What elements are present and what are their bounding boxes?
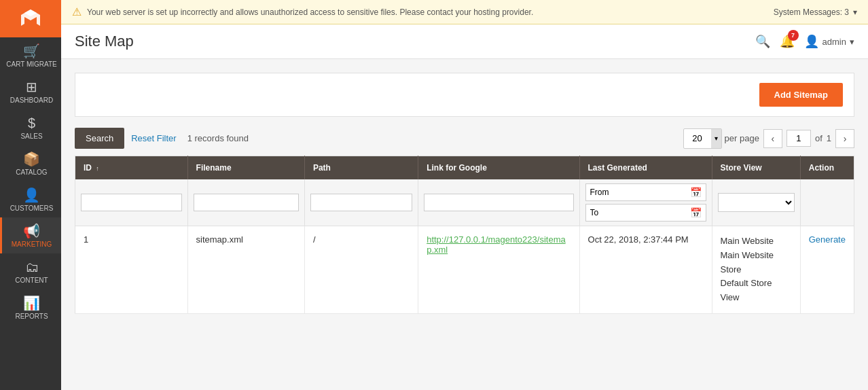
store-view-select[interactable] bbox=[718, 193, 795, 212]
sidebar-item-content[interactable]: 🗂 CONTENT bbox=[0, 253, 61, 289]
date-to-input[interactable] bbox=[586, 205, 686, 221]
sidebar-item-reports-label: REPORTS bbox=[15, 313, 48, 320]
system-messages-dropdown-icon: ▾ bbox=[853, 7, 857, 17]
records-count: 1 bbox=[187, 133, 192, 143]
add-sitemap-button[interactable]: Add Sitemap bbox=[759, 83, 843, 107]
cell-action: Generate bbox=[800, 226, 854, 314]
filter-id bbox=[75, 179, 188, 226]
content-icon: 🗂 bbox=[25, 260, 39, 274]
per-page-dropdown-btn[interactable]: ▾ bbox=[711, 129, 721, 148]
cell-path: / bbox=[304, 226, 418, 314]
sidebar-item-customers-label: CUSTOMERS bbox=[10, 205, 54, 212]
sort-arrow-id: ↑ bbox=[96, 165, 99, 172]
system-messages[interactable]: System Messages: 3 ▾ bbox=[774, 7, 857, 17]
sidebar-item-dashboard-label: DASHBOARD bbox=[10, 96, 53, 104]
table-header-row: ID ↑ Filename Path Link for Google Last … bbox=[75, 156, 854, 180]
sidebar-item-cart-migrate-label: CART MIGRATE bbox=[6, 60, 56, 68]
prev-page-button[interactable]: ‹ bbox=[763, 129, 782, 148]
filter-link bbox=[418, 179, 579, 226]
sidebar-item-content-label: CONTENT bbox=[15, 277, 48, 284]
pagination: ▾ per page ‹ of 1 › bbox=[683, 128, 854, 149]
sitemap-table: ID ↑ Filename Path Link for Google Last … bbox=[75, 156, 854, 314]
action-bar: Add Sitemap bbox=[75, 73, 854, 117]
col-header-path: Path bbox=[304, 156, 418, 180]
filter-id-input[interactable] bbox=[81, 194, 182, 211]
sidebar-item-sales-label: SALES bbox=[20, 132, 42, 140]
filter-link-input[interactable] bbox=[424, 194, 573, 211]
store-view-value: Main Website Main Website Store Default … bbox=[721, 234, 792, 305]
cell-store-view: Main Website Main Website Store Default … bbox=[712, 226, 800, 314]
search-toolbar: Search Reset Filter 1 records found ▾ pe… bbox=[75, 128, 854, 149]
sidebar-item-marketing-label: MARKETING bbox=[12, 241, 52, 248]
warning-bar-left: ⚠ Your web server is set up incorrectly … bbox=[72, 5, 533, 18]
search-icon[interactable]: 🔍 bbox=[755, 34, 770, 49]
filter-filename-input[interactable] bbox=[194, 194, 299, 211]
per-page-label: per page bbox=[725, 133, 759, 143]
reports-icon: 📊 bbox=[23, 296, 40, 310]
table-row: 1 sitemap.xml / http://127.0.0.1/magento… bbox=[75, 226, 854, 314]
generate-link[interactable]: Generate bbox=[809, 234, 846, 245]
sales-icon: $ bbox=[28, 116, 35, 130]
per-page-input[interactable] bbox=[684, 130, 711, 147]
notification-bell[interactable]: 🔔 7 bbox=[780, 34, 795, 49]
records-label: records found bbox=[195, 133, 249, 143]
col-header-store-view: Store View bbox=[712, 156, 800, 180]
date-to-row: 📅 bbox=[585, 204, 706, 221]
admin-user-menu[interactable]: 👤 admin ▾ bbox=[804, 34, 854, 49]
date-from-input[interactable] bbox=[586, 184, 686, 200]
sidebar-item-customers[interactable]: 👤 CUSTOMERS bbox=[0, 181, 61, 217]
sidebar-item-cart-migrate[interactable]: 🛒 CART MIGRATE bbox=[0, 37, 61, 73]
warning-icon: ⚠ bbox=[72, 5, 82, 18]
reset-filter-button[interactable]: Reset Filter bbox=[131, 133, 176, 143]
cart-migrate-icon: 🛒 bbox=[23, 44, 40, 58]
dashboard-icon: ⊞ bbox=[26, 80, 37, 94]
of-label: of bbox=[815, 133, 822, 143]
total-pages: 1 bbox=[827, 133, 831, 143]
cell-filename: sitemap.xml bbox=[187, 226, 304, 314]
per-page-input-wrap: ▾ bbox=[683, 128, 722, 149]
google-link[interactable]: http://127.0.0.1/magento223/sitemap.xml bbox=[427, 234, 566, 255]
notification-badge: 7 bbox=[788, 30, 799, 41]
filter-store-view bbox=[712, 179, 800, 226]
page-header: Site Map 🔍 🔔 7 👤 admin ▾ bbox=[61, 24, 868, 59]
date-to-calendar-icon[interactable]: 📅 bbox=[686, 205, 706, 221]
sidebar-logo bbox=[0, 0, 61, 37]
admin-avatar-icon: 👤 bbox=[804, 34, 819, 49]
col-header-last-generated: Last Generated bbox=[579, 156, 712, 180]
per-page-select: ▾ per page bbox=[683, 128, 759, 149]
content-area: Add Sitemap Search Reset Filter 1 record… bbox=[61, 59, 868, 390]
system-messages-label: System Messages: 3 bbox=[774, 7, 849, 17]
date-from-calendar-icon[interactable]: 📅 bbox=[686, 184, 706, 200]
admin-dropdown-icon: ▾ bbox=[850, 37, 854, 47]
table-filter-row: 📅 📅 bbox=[75, 179, 854, 226]
search-button[interactable]: Search bbox=[75, 128, 124, 149]
header-actions: 🔍 🔔 7 👤 admin ▾ bbox=[755, 34, 854, 49]
sidebar-item-sales[interactable]: $ SALES bbox=[0, 109, 61, 145]
sidebar-item-catalog[interactable]: 📦 CATALOG bbox=[0, 145, 61, 181]
filter-filename bbox=[187, 179, 304, 226]
page-title: Site Map bbox=[75, 33, 134, 50]
cell-last-generated: Oct 22, 2018, 2:37:44 PM bbox=[579, 226, 712, 314]
filter-date: 📅 📅 bbox=[579, 179, 712, 226]
cell-id: 1 bbox=[75, 226, 188, 314]
main-content: ⚠ Your web server is set up incorrectly … bbox=[61, 0, 868, 390]
col-header-link: Link for Google bbox=[418, 156, 579, 180]
sidebar-item-reports[interactable]: 📊 REPORTS bbox=[0, 289, 61, 325]
filter-action-empty bbox=[800, 179, 854, 226]
admin-name: admin bbox=[822, 37, 846, 47]
sidebar: 🛒 CART MIGRATE ⊞ DASHBOARD $ SALES 📦 CAT… bbox=[0, 0, 61, 390]
sidebar-item-catalog-label: CATALOG bbox=[16, 169, 47, 176]
date-from-row: 📅 bbox=[585, 183, 706, 201]
filter-path bbox=[304, 179, 418, 226]
current-page-input[interactable] bbox=[786, 130, 811, 147]
filter-path-input[interactable] bbox=[310, 194, 412, 211]
records-found: 1 records found bbox=[187, 133, 249, 143]
sidebar-item-marketing[interactable]: 📢 MARKETING bbox=[0, 217, 61, 253]
col-header-id: ID ↑ bbox=[75, 156, 188, 180]
col-header-filename: Filename bbox=[187, 156, 304, 180]
col-header-action: Action bbox=[800, 156, 854, 180]
catalog-icon: 📦 bbox=[23, 152, 40, 166]
next-page-button[interactable]: › bbox=[835, 129, 854, 148]
customers-icon: 👤 bbox=[23, 188, 40, 202]
sidebar-item-dashboard[interactable]: ⊞ DASHBOARD bbox=[0, 73, 61, 109]
